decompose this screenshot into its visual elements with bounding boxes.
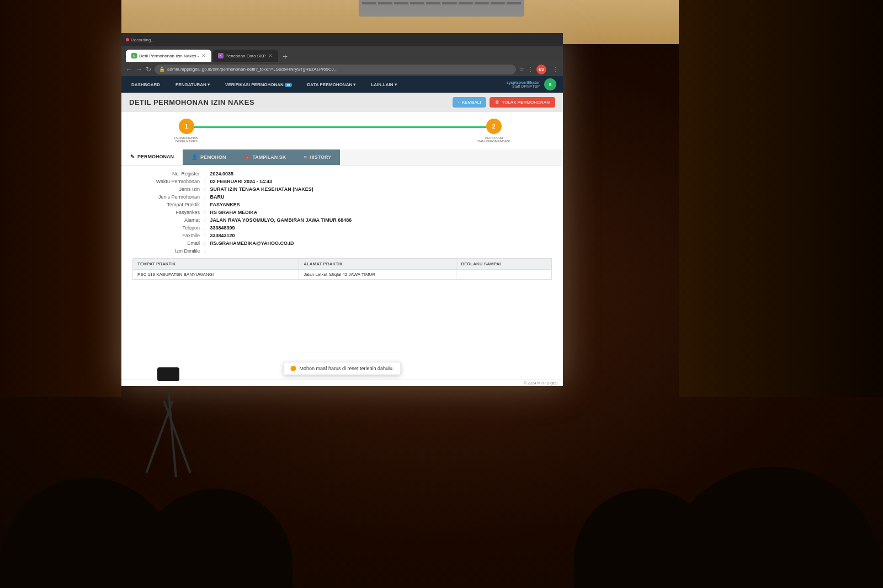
forward-nav-button[interactable]: → [136, 66, 142, 73]
label-izin-dimiliki: Izin Dimiliki [132, 248, 204, 254]
lock-icon: 🔒 [159, 67, 165, 72]
field-jenis-permohonan: Jenis Permohonan : BARU [132, 194, 552, 200]
label-fasyankes: Fasyankes [132, 210, 204, 215]
tab-close-2[interactable]: ✕ [268, 53, 273, 58]
value-telepon: 333848399 [210, 225, 235, 231]
tab-permohonan[interactable]: ✎ PERMOHONAN [121, 149, 183, 165]
value-jenis-permohonan: BARU [210, 194, 225, 200]
browser-tab-2[interactable]: K Pencarian Data SKP ✕ [212, 50, 278, 62]
tab-pemohon[interactable]: 👤 PEMOHON [183, 149, 235, 165]
page-title: DETIL PERMOHONAN IZIN NAKES [129, 98, 254, 106]
edit-icon: ✎ [130, 154, 135, 159]
profile-avatar[interactable]: ES [536, 65, 546, 74]
data-table: TEMPAT PRAKTIK ALAMAT PRAKTIK BERLAKU SA… [132, 258, 552, 280]
step-1-label: PERMOHONANBEPEI NAKES [174, 136, 199, 143]
recording-dot [126, 38, 129, 41]
colon-8: : [204, 225, 210, 231]
table-body: PSC 119 KABUPATEN BANYUWANGI Jalan Letke… [133, 270, 552, 280]
page-header: DETIL PERMOHONAN IZIN NAKES ‹ KEMBALI 🗑 … [121, 93, 563, 112]
vent-slat [426, 2, 440, 4]
list-icon: ≡ [304, 154, 306, 160]
back-button[interactable]: ‹ KEMBALI [453, 97, 486, 108]
colon-4: : [204, 194, 210, 200]
field-no-register: No. Register : 2024.0035 [132, 171, 552, 177]
vent-slat [394, 2, 408, 4]
label-telepon: Telepon [132, 225, 204, 231]
colon-5: : [204, 202, 210, 207]
system-role: Staff DPMPTSP [512, 84, 540, 88]
td-alamat-praktik-1: Jalan Letket Istiqlal 42 JAWA TIMUR [299, 270, 456, 280]
value-no-register: 2024.0035 [210, 171, 234, 177]
colon-2: : [204, 179, 210, 184]
table-head: TEMPAT PRAKTIK ALAMAT PRAKTIK BERLAKU SA… [133, 259, 552, 270]
field-telepon: Telepon : 333848399 [132, 225, 552, 231]
browser-toolbar-icons: ☆ ⋮ ES ⋮ [519, 65, 558, 74]
table-row: PSC 119 KABUPATEN BANYUWANGI Jalan Letke… [133, 270, 552, 280]
nav-dashboard[interactable]: DASHBOARD [128, 80, 163, 89]
ceiling-vent [359, 0, 524, 17]
copyright: © 2024 MPP Digital. [121, 379, 563, 386]
label-no-register: No. Register [132, 171, 204, 177]
nav-pengaturan[interactable]: PENGATURAN [172, 80, 213, 89]
tab-pemohon-label: PEMOHON [200, 154, 226, 160]
th-tempat-praktik: TEMPAT PRAKTIK [133, 259, 299, 270]
star-icon: ☆ [519, 66, 524, 72]
colon-10: : [204, 240, 210, 246]
step-2-number: 2 [492, 123, 496, 130]
user-avatar: S [544, 78, 556, 90]
trash-icon: 🗑 [495, 100, 499, 105]
address-bar[interactable]: 🔒 admin.mppdigital.go.id/sim/permohonan-… [155, 65, 516, 74]
field-faxmile: Faxmile : 333843120 [132, 233, 552, 238]
step-2: 2 VERIFIKASIDAN REKOMENDASI [477, 119, 510, 143]
step-2-circle: 2 [486, 119, 502, 134]
projector-screen: Recording... N Detil Permohonan Izin Nak… [121, 33, 563, 386]
system-name: sysptspverifikator [507, 81, 540, 84]
browser-tab-active[interactable]: N Detil Permohonan Izin Nakes - ✕ [126, 50, 211, 62]
wall-right [679, 0, 883, 397]
recording-label: Recording... [131, 38, 155, 42]
vent-slat [442, 2, 456, 4]
value-jenis-izin: SURAT IZIN TENAGA KESEHATAN (NAKES) [210, 186, 313, 192]
vent-slat [459, 2, 473, 4]
nav-lain-lain[interactable]: LAIN-LAIN [368, 80, 400, 89]
tab-tampilan-sk[interactable]: 🔖 TAMPILAN SK [235, 149, 295, 165]
browser-toolbar: ← → ↻ 🔒 admin.mppdigital.go.id/sim/permo… [121, 62, 563, 76]
stepper-inner: 1 PERMOHONANBEPEI NAKES 2 VERIFIKASIDAN … [174, 119, 510, 143]
reject-button-label: TOLAK PERMOHONAN [502, 100, 550, 105]
new-tab-button[interactable]: + [279, 52, 291, 62]
field-waktu-permohonan: Waktu Permohonan : 02 FEBRUARI 2024 - 14… [132, 179, 552, 184]
label-tempat-praktik: Tempat Praktik [132, 202, 204, 207]
nav-data-permohonan[interactable]: DATA PERMOHONAN [304, 80, 359, 89]
toast-message: Mohon maaf harus di reset terlebih dahul… [299, 366, 393, 371]
tab-label-1: Detil Permohonan Izin Nakes - [139, 54, 199, 58]
audience-person-2 [138, 489, 292, 588]
nav-verifikasi[interactable]: VERIFIKASI PERMOHONAN16 [222, 80, 295, 89]
label-faxmile: Faxmile [132, 233, 204, 238]
label-jenis-izin: Jenis Izin [132, 186, 204, 192]
back-nav-button[interactable]: ← [126, 66, 132, 73]
recording-badge: Recording... [126, 38, 155, 42]
td-tempat-praktik-1: PSC 119 KABUPATEN BANYUWANGI [133, 270, 299, 280]
tab-close-1[interactable]: ✕ [201, 53, 206, 58]
colon-3: : [204, 186, 210, 192]
value-faxmile: 333843120 [210, 233, 235, 238]
th-alamat-praktik: ALAMAT PRAKTIK [299, 259, 456, 270]
reload-button[interactable]: ↻ [146, 66, 151, 73]
toast-notification: Mohon maaf harus di reset terlebih dahul… [283, 362, 401, 375]
vent-slat [507, 2, 521, 4]
tab-history-label: HISTORY [310, 154, 332, 160]
browser-window: Recording... N Detil Permohonan Izin Nak… [121, 33, 563, 386]
table-header-row: TEMPAT PRAKTIK ALAMAT PRAKTIK BERLAKU SA… [133, 259, 552, 270]
field-jenis-izin: Jenis Izin : SURAT IZIN TENAGA KESEHATAN… [132, 186, 552, 192]
value-fasyankes: RS GRAHA MEDIKA [210, 210, 258, 215]
step-1-circle: 1 [179, 119, 194, 134]
table-section: TEMPAT PRAKTIK ALAMAT PRAKTIK BERLAKU SA… [132, 258, 552, 280]
field-tempat-praktik: Tempat Praktik : FASYANKES [132, 202, 552, 207]
colon-7: : [204, 217, 210, 223]
colon-11: : [204, 248, 210, 254]
reject-button[interactable]: 🗑 TOLAK PERMOHONAN [490, 97, 555, 108]
tab-history[interactable]: ≡ HISTORY [295, 149, 340, 165]
colon-1: : [204, 171, 210, 177]
app-content: DASHBOARD PENGATURAN VERIFIKASI PERMOHON… [121, 76, 563, 386]
browser-menu-button[interactable]: ⋮ [553, 66, 558, 72]
